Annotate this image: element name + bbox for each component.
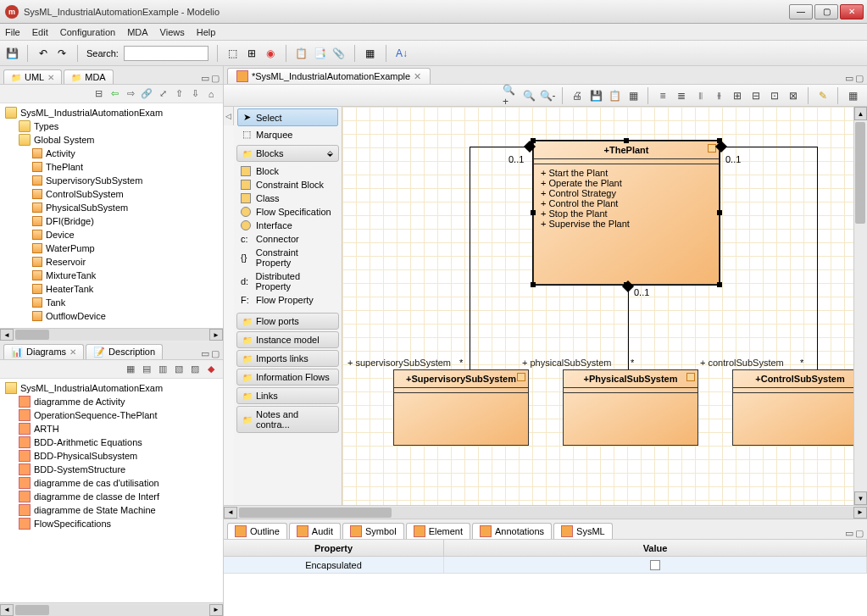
options-icon[interactable]: ▦ (845, 88, 860, 103)
align-icon[interactable]: ≡ (655, 88, 670, 103)
encapsulated-checkbox[interactable] (650, 560, 660, 570)
tree-item[interactable]: ThePlant (3, 160, 220, 174)
tab-diagrams[interactable]: 📊 Diagrams ✕ (3, 344, 84, 359)
align-icon[interactable]: ⊟ (748, 88, 764, 103)
tree-item[interactable]: Reservoir (3, 255, 220, 269)
tab-outline[interactable]: Outline (227, 523, 287, 539)
dtool-icon[interactable]: ▨ (188, 362, 202, 375)
canvas-vscroll[interactable]: ▲▼ (853, 107, 867, 505)
pin-icon[interactable]: ⬙ (327, 149, 333, 158)
print-icon[interactable]: 🖨 (570, 88, 585, 103)
prop-row-encapsulated[interactable]: Encapsulated (224, 557, 867, 574)
block-control[interactable]: +ControlSubSystem (732, 369, 853, 446)
align-icon[interactable]: ≣ (674, 88, 689, 103)
diagrams-tree[interactable]: SysML_IndustrialAutomationExam diagramme… (0, 379, 223, 603)
zoom-in-icon[interactable]: 🔍+ (503, 88, 518, 103)
maximize-button[interactable]: ▢ (814, 4, 838, 19)
palette-imports[interactable]: Imports links (236, 350, 339, 367)
minimize-button[interactable]: — (789, 4, 813, 19)
menu-mda[interactable]: MDA (127, 27, 147, 37)
tree-item[interactable]: WaterPump (3, 241, 220, 255)
close-tab-icon[interactable]: ✕ (47, 73, 54, 82)
menu-help[interactable]: Help (197, 27, 216, 37)
save-icon[interactable]: 💾 (5, 47, 19, 60)
toolbar-icon-4[interactable]: 📋 (295, 47, 308, 60)
expand-icon[interactable]: ⤢ (156, 87, 170, 101)
dtool-icon[interactable]: ▤ (140, 362, 153, 375)
toolbar-icon-5[interactable]: 📑 (314, 47, 327, 60)
maximize-view-icon[interactable]: ▢ (855, 528, 864, 539)
grid-icon[interactable]: ▦ (625, 88, 641, 103)
align-icon[interactable]: ⫴ (692, 88, 708, 103)
diagram-item[interactable]: BDD-SystemStructure (3, 463, 220, 476)
diagram-item[interactable]: BDD-Arithmetic Equations (3, 436, 220, 449)
model-tree[interactable]: SysML_IndustrialAutomationExam Types Glo… (0, 103, 223, 328)
editor-tab[interactable]: *SysML_IndustrialAutomationExample ✕ (227, 68, 431, 84)
zoom-out-icon[interactable]: 🔍- (540, 88, 555, 103)
close-tab-icon[interactable]: ✕ (69, 347, 76, 357)
tree-item[interactable]: SupervisorySubSystem (3, 174, 220, 187)
palette-collapse-left-icon[interactable]: ◁ (224, 107, 234, 125)
palette-constraint-prop[interactable]: {}Constraint Property (237, 246, 338, 269)
tree-item[interactable]: MixtureTank (3, 269, 220, 282)
palette-blocks-header[interactable]: Blocks⬙ (236, 145, 339, 162)
tab-symbol[interactable]: Symbol (342, 523, 404, 539)
diagram-item[interactable]: BDD-PhysicalSubsystem (3, 449, 220, 463)
diagram-canvas[interactable]: +ThePlant + Start the Plant + Operate th… (342, 107, 853, 505)
tree-item[interactable]: HeaterTank (3, 282, 220, 296)
align-icon[interactable]: ⫵ (711, 88, 726, 103)
palette-flow-prop[interactable]: F:Flow Property (237, 293, 338, 307)
menu-configuration[interactable]: Configuration (60, 27, 115, 37)
minimize-view-icon[interactable]: ▭ (201, 73, 209, 84)
palette-info-flows[interactable]: Information Flows (236, 369, 339, 386)
palette-instance[interactable]: Instance model (236, 331, 339, 348)
maximize-view-icon[interactable]: ▢ (855, 73, 864, 84)
tree-item[interactable]: Tank (3, 296, 220, 309)
diagrams-hscroll[interactable]: ◄► (0, 602, 223, 616)
tab-annotations[interactable]: Annotations (472, 523, 552, 539)
diagram-item[interactable]: FlowSpecifications (3, 517, 220, 530)
dtool-icon[interactable]: ▧ (172, 362, 186, 375)
menu-file[interactable]: File (5, 27, 20, 37)
redo-icon[interactable]: ↷ (55, 47, 69, 60)
align-icon[interactable]: ⊠ (786, 88, 801, 103)
palette-distributed-prop[interactable]: d:Distributed Property (237, 269, 338, 293)
down-icon[interactable]: ⇩ (188, 87, 202, 101)
diagram-item[interactable]: diagramme de cas d'utilisation (3, 476, 220, 490)
tab-uml[interactable]: UML✕ (3, 69, 62, 84)
toolbar-icon-1[interactable]: ⬚ (226, 47, 240, 60)
palette-marquee[interactable]: ⬚Marquee (237, 126, 338, 142)
tree-hscroll[interactable]: ◄► (0, 328, 223, 341)
diagram-item[interactable]: diagramme de classe de Interf (3, 490, 220, 503)
diagram-item[interactable]: OperationSequence-ThePlant (3, 408, 220, 422)
minimize-view-icon[interactable]: ▭ (845, 73, 853, 84)
block-physical[interactable]: +PhysicalSubSystem (563, 369, 698, 446)
close-tab-icon[interactable]: ✕ (414, 71, 421, 82)
diagram-item[interactable]: diagramme de Activity (3, 395, 220, 408)
tree-item[interactable]: Activity (3, 147, 220, 160)
tree-item[interactable]: Device (3, 228, 220, 241)
palette-links[interactable]: Links (236, 387, 339, 404)
zoom-reset-icon[interactable]: 🔍 (521, 88, 536, 103)
palette-connector[interactable]: c:Connector (237, 232, 338, 246)
edit-icon[interactable]: ✎ (815, 88, 831, 103)
block-theplant[interactable]: +ThePlant + Start the Plant + Operate th… (533, 141, 720, 285)
up-icon[interactable]: ⇧ (172, 87, 186, 101)
tree-types[interactable]: Types (3, 119, 220, 133)
tree-global[interactable]: Global System (3, 133, 220, 147)
diagrams-root[interactable]: SysML_IndustrialAutomationExam (3, 381, 220, 395)
palette-constraint-block[interactable]: Constraint Block (237, 178, 338, 191)
search-input[interactable] (124, 46, 208, 61)
dtool-icon[interactable]: ▦ (124, 362, 137, 375)
diagram-item[interactable]: diagramme de State Machine (3, 503, 220, 517)
canvas-hscroll[interactable]: ◄► (224, 505, 867, 519)
menu-edit[interactable]: Edit (32, 27, 48, 37)
toolbar-icon-3[interactable]: ◉ (264, 47, 277, 60)
palette-flow-spec[interactable]: Flow Specification (237, 205, 338, 219)
dtool-icon[interactable]: ▥ (156, 362, 170, 375)
sort-icon[interactable]: A↓ (395, 47, 408, 60)
minimize-view-icon[interactable]: ▭ (201, 348, 209, 359)
palette-flow-ports[interactable]: Flow ports (236, 313, 339, 330)
tree-item[interactable]: OutflowDevice (3, 309, 220, 323)
palette-select[interactable]: ➤Select (237, 108, 338, 126)
